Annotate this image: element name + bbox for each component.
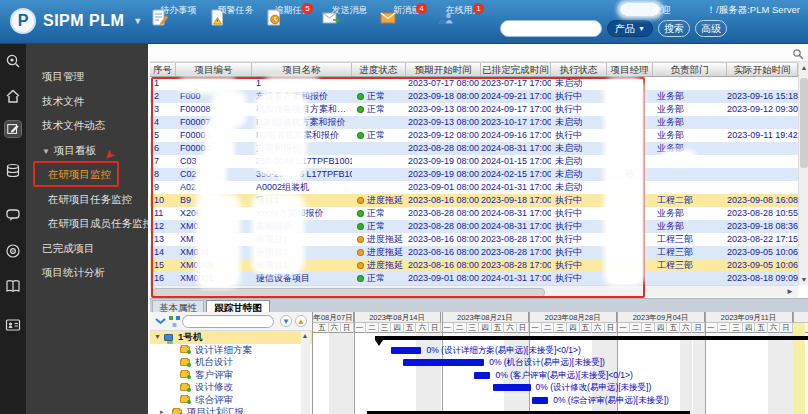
table-row[interactable]: 5F00006RJ组装机方案和报价正常2023-09-12 08:002024-… [150,129,798,142]
column-header[interactable]: 执行状态 [551,63,607,76]
sidebar-item[interactable]: 在研项目监控 [26,162,148,187]
table-cell: 执行中 [551,259,607,272]
sidebar-item[interactable]: 项目管理 [26,64,148,89]
column-header[interactable]: 预期开始时间 [406,63,481,76]
expand-triangle-icon[interactable]: ▼ [154,331,161,344]
table-row[interactable]: 8C02350-230046 L17TPFB1001…2023-09-19 08… [150,168,798,181]
table-row[interactable]: 11X200xxxxx方案和报价正常2023-08-28 08:002024-0… [150,207,798,220]
gantt-day-label: 六 [329,323,342,333]
table-cell: 进度拖延 [352,194,406,207]
gantt-day-label: 四 [479,323,492,333]
search-next-button[interactable]: ▼ [280,315,292,327]
column-header[interactable]: 项目编号 [176,63,252,76]
table-row[interactable]: 13XM验项目1进度拖延2023-08-16 08:002023-08-28 1… [150,233,798,246]
gantt-day-label: 一 [705,323,718,333]
status-text: 进度拖延 [367,234,403,244]
table-row[interactable]: 6F00004方案和报价2023-08-28 08:002024-08-31 1… [150,142,798,155]
search-input[interactable] [500,20,602,37]
home-icon[interactable] [5,88,21,104]
tree-node[interactable]: 设计修改 [150,381,313,394]
sidebar-item[interactable]: 技术文件 [26,89,148,114]
advanced-search-button[interactable]: 高级 [695,20,727,37]
send-message-button[interactable]: 发送消息 [321,3,378,43]
tree-node[interactable]: ▼1号机 [150,331,313,344]
column-header[interactable]: 负责部门 [653,63,727,76]
book-icon[interactable] [5,278,21,294]
scroll-up-arrow[interactable]: ▲ [800,64,808,71]
tree-node[interactable]: 综合评审 [150,394,313,407]
gantt-task-bar[interactable] [532,397,548,404]
chat-icon[interactable] [5,207,21,223]
sidebar-item[interactable]: 已完成项目 [26,236,148,261]
table-row[interactable]: 15XM0006验项目1进度拖延2023-08-16 08:002023-08-… [150,259,798,272]
search-prev-button[interactable]: ▲ [295,315,307,327]
table-row[interactable]: 14XM004验项目1进度拖延2023-08-16 08:002023-08-2… [150,246,798,259]
gantt-task-bar[interactable] [391,347,421,354]
app-logo[interactable]: P SIPM PLM ▼ [10,8,142,34]
column-header[interactable]: 进度状态 [352,63,406,76]
tree-node[interactable]: 设计详细方案 [150,344,313,357]
status-text: 进度拖延 [367,260,403,270]
grid-search-icon[interactable] [792,48,804,60]
column-header[interactable]: 项目经理 [607,63,653,76]
table-row[interactable]: 16XM0001捷信设备项目正常2023-09-01 08:002024-01-… [150,272,798,285]
search-category-dropdown[interactable]: 产品 ▼ [607,20,653,37]
column-header[interactable]: 已排定完成时间 [481,63,551,76]
scroll-thumb[interactable] [152,288,545,297]
scroll-up-arrow[interactable]: ▲ [301,332,309,339]
table-cell: 2023-09-13 08:00 [406,116,481,129]
broadcast-icon[interactable] [5,243,21,259]
column-header[interactable]: 实际开始时间 [727,63,798,76]
scroll-thumb[interactable] [800,78,808,168]
table-row[interactable]: 7C03350-0046 L17TPFB1001贴…2023-09-19 08:… [150,155,798,168]
edit-module-icon[interactable] [5,121,21,137]
table-cell: 2023-08-18 09:09 [727,272,798,285]
table-cell: 2024-01-31 17:00 [481,272,551,285]
sidebar-item[interactable]: ▼项目看板 [26,138,148,163]
table-row[interactable]: 112023-07-17 08:002023-07-17 17:00未启动 [150,77,798,90]
table-row[interactable]: 3F00008机加设备项目方案和…正常2023-09-13 08:002024-… [150,103,798,116]
column-header[interactable]: 序号 [150,63,176,76]
collapse-all-icon[interactable] [168,315,181,328]
search-module-icon[interactable] [5,53,21,69]
table-cell: 2023-08-28 08:00 [406,142,481,155]
gantt-task-bar[interactable] [474,372,490,379]
welcome-prefix: 欢迎 [652,4,671,17]
scroll-down-arrow[interactable]: ▼ [800,276,808,283]
overdue-tasks-button[interactable]: 逾期任务 5 [264,3,321,43]
warning-tasks-button[interactable]: 预警任务 [207,3,264,43]
table-row[interactable]: 9A02A0002组装机2023-09-01 08:002024-01-31 1… [150,181,798,194]
search-button[interactable]: 搜索 [658,20,690,37]
gantt-day-label: 三 [467,323,480,333]
tree-scrollbar[interactable]: ▲ [301,331,310,414]
sidebar-item[interactable]: 在研项目任务监控 [26,187,148,212]
table-vertical-scrollbar[interactable]: ▲ ▼ [798,62,808,285]
table-row[interactable]: 4F00007RJH组装机方案和报价2023-09-13 08:002023-1… [150,116,798,129]
table-row[interactable]: 12XM0案和报价正常2023-08-28 08:002024-08-31 17… [150,220,798,233]
table-row[interactable]: 2F000东设备方案和报价正常2023-09-18 08:002024-09-2… [150,90,798,103]
gantt-task-bar[interactable] [493,384,531,391]
welcome-text: 欢迎 ！/服务器:PLM Server [652,4,800,17]
table-cell: 业务部 [653,207,727,220]
gantt-summary-bar[interactable] [375,336,808,340]
id-card-icon[interactable] [5,317,21,333]
gantt-search-input[interactable] [182,315,274,328]
database-icon[interactable] [5,163,21,179]
sidebar-item[interactable]: 技术文件动态 [26,113,148,138]
sidebar-item[interactable]: 在研项目成员任务监控 [26,211,148,236]
new-message-button[interactable]: 新消息 4 [378,3,435,43]
tree-node[interactable]: 客户评审 [150,369,313,382]
online-users-button[interactable]: 在线用户 1 [435,3,492,43]
expand-all-icon[interactable] [154,315,167,328]
tree-node[interactable]: 机台设计 [150,356,313,369]
column-header[interactable]: 项目名称 [252,63,352,76]
gantt-task-bar[interactable] [403,359,485,366]
table-horizontal-scrollbar[interactable]: ► [150,285,798,297]
todo-tasks-button[interactable]: 待办事项 [150,3,207,43]
sidebar-item[interactable]: 项目统计分析 [26,260,148,285]
table-row[interactable]: 10B9项目1进度拖延2023-08-16 08:002023-09-18 17… [150,194,798,207]
expand-triangle-icon[interactable]: ▸ [160,406,164,414]
tree-node[interactable]: ▸项目计划汇报 [150,406,313,414]
status-dot [357,262,364,269]
scroll-right-arrow[interactable]: ► [786,287,794,296]
